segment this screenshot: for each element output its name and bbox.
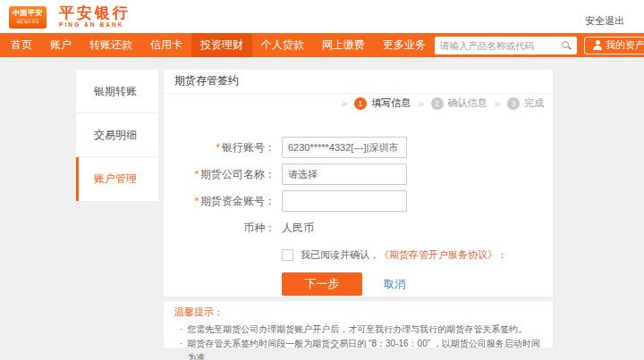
futures-account-row: *期货资金账号： [164, 190, 553, 212]
step-separator: > [418, 98, 423, 109]
page-title: 期货存管签约 [164, 70, 553, 94]
futures-account-input[interactable] [282, 190, 407, 212]
nav-item[interactable]: 投资理财 [191, 33, 252, 57]
nav-item[interactable]: 首页 [2, 33, 41, 57]
futures-signing-panel: 期货存管签约 > 1 填写信息 > 2 确认信息 > 3 完成 *银行账号： [164, 70, 553, 297]
person-icon [593, 40, 602, 50]
main-nav: 首页 账户 转账还款 信用卡 投资理财 个人贷款 网上缴费 更多业务 我的资产 … [0, 33, 644, 57]
logout-link[interactable]: 安全退出 [585, 14, 624, 28]
agreement-text: 我已阅读并确认，《期货存管开户服务协议》： [301, 248, 507, 262]
bullet-glyph: · [180, 322, 182, 337]
sidebar-item[interactable]: 账户管理 [76, 157, 158, 201]
agreement-checkbox[interactable] [282, 249, 293, 261]
futures-company-row: *期货公司名称： [164, 163, 553, 185]
futures-company-label: *期货公司名称： [164, 167, 282, 182]
warm-tips-panel: 温馨提示： · 您需先至期货公司办理期货账户开户后，才可至我行办理与我行的期货存… [164, 301, 553, 347]
step: > 2 确认信息 [411, 96, 487, 110]
my-assets-label: 我的资产 [606, 38, 644, 52]
step: > 1 填写信息 [335, 96, 411, 110]
step-label: 完成 [524, 96, 544, 110]
required-asterisk: * [216, 142, 220, 153]
product-search-box [435, 37, 577, 54]
tip-text: 您需先至期货公司办理期货账户开户后，才可至我行办理与我行的期货存管关系签约。 [187, 322, 527, 337]
nav-item[interactable]: 信用卡 [141, 33, 191, 57]
nav-item[interactable]: 账户 [41, 33, 80, 57]
pingan-logo-badge-icon: 中国平安 保险·银行·投资 [9, 6, 47, 29]
bank-account-row: *银行账号： [164, 137, 553, 158]
agreement-row: 我已阅读并确认，《期货存管开户服务协议》： [164, 247, 553, 262]
next-step-button[interactable]: 下一步 [282, 272, 362, 296]
logo-badge-text: 中国平安 [13, 9, 43, 18]
step-separator: > [342, 98, 347, 109]
currency-value: 人民币 [282, 221, 314, 236]
futures-account-label: *期货资金账号： [164, 194, 282, 209]
tips-title: 温馨提示： [174, 306, 542, 319]
search-icon[interactable] [561, 40, 572, 51]
step-number-badge: 2 [431, 97, 444, 110]
bank-account-label: *银行账号： [164, 140, 282, 155]
currency-row: 币种： 人民币 [164, 221, 553, 236]
required-asterisk: * [195, 169, 199, 180]
sidebar-item[interactable]: 银期转账 [76, 70, 158, 113]
tips-list: · 您需先至期货公司办理期货账户开户后，才可至我行办理与我行的期货存管关系签约。… [174, 322, 542, 360]
required-asterisk: * [195, 196, 199, 206]
step-number-badge: 1 [354, 97, 367, 110]
step: > 3 完成 [487, 96, 544, 110]
tip-item: · 期货存管关系签约时间段一般为期货交易日的 “8：30-16：00” ，以期货… [174, 337, 542, 360]
step-number-badge: 3 [507, 97, 520, 110]
pingan-logo: 中国平安 保险·银行·投资 平安银行 PING AN BANK [9, 5, 131, 29]
tip-item: · 您需先至期货公司办理期货账户开户后，才可至我行办理与我行的期货存管关系签约。 [174, 322, 542, 337]
step-indicator: > 1 填写信息 > 2 确认信息 > 3 完成 [335, 96, 544, 110]
nav-item[interactable]: 个人贷款 [252, 33, 313, 57]
bullet-glyph: · [180, 337, 182, 360]
step-separator: > [495, 98, 500, 109]
step-label: 填写信息 [371, 96, 411, 110]
sidebar-item[interactable]: 交易明细 [76, 113, 158, 157]
agreement-link[interactable]: 《期货存管开户服务协议》 [379, 249, 497, 260]
nav-item[interactable]: 网上缴费 [313, 33, 374, 57]
bank-name: 平安银行 PING AN BANK [59, 5, 131, 29]
bank-account-input[interactable] [282, 137, 407, 158]
product-search-input[interactable] [440, 40, 561, 51]
sidebar: 银期转账 交易明细 账户管理 [76, 70, 158, 201]
tip-text: 期货存管关系签约时间段一般为期货交易日的 “8：30-16：00” ，以期货公司… [187, 337, 542, 360]
buttons-row: 下一步 取消 [164, 272, 553, 296]
futures-company-select[interactable] [282, 163, 407, 185]
step-label: 确认信息 [448, 96, 487, 110]
nav-items: 首页 账户 转账还款 信用卡 投资理财 个人贷款 网上缴费 更多业务 [2, 33, 435, 57]
signing-form: *银行账号： *期货公司名称： *期货资金账号： 币种： 人民币 我已阅读并确认… [164, 137, 553, 296]
logo-badge-subtext: 保险·银行·投资 [17, 20, 39, 24]
bank-name-cn: 平安银行 [59, 5, 131, 21]
nav-item[interactable]: 更多业务 [374, 33, 435, 57]
top-header: 中国平安 保险·银行·投资 平安银行 PING AN BANK 安全退出 [0, 0, 644, 33]
currency-label: 币种： [164, 221, 282, 236]
bank-name-en: PING AN BANK [59, 21, 131, 29]
cancel-link[interactable]: 取消 [384, 277, 405, 292]
my-assets-button[interactable]: 我的资产 [584, 37, 644, 54]
nav-item[interactable]: 转账还款 [80, 33, 141, 57]
